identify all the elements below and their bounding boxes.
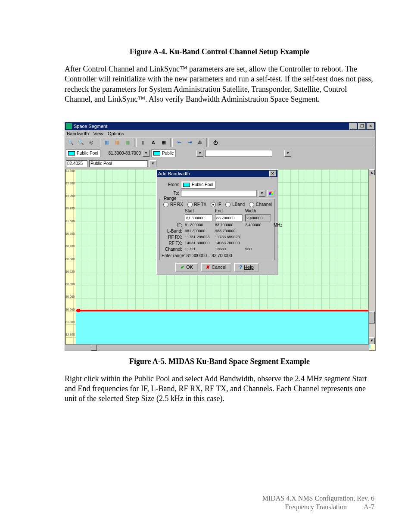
step-left-icon[interactable]: ⇤ (174, 138, 184, 147)
minimize-button[interactable]: _ (349, 123, 357, 130)
grid-row-label: IF: (162, 223, 182, 227)
radio-label: LBand (232, 202, 245, 207)
red-marker (77, 309, 80, 312)
pool-dropdown[interactable]: ▼ (149, 160, 156, 167)
help-button[interactable]: ?Help (234, 263, 258, 272)
radio-icon (187, 202, 193, 207)
from-pool-chip: Public Pool (181, 181, 215, 189)
y-tick-label: 80.085 (65, 295, 75, 298)
menu-view[interactable]: View (93, 131, 103, 136)
y-tick-label: 80.225 (65, 270, 75, 273)
to-label: To: (159, 191, 179, 196)
grid-row-label: RF RX: (162, 235, 182, 240)
radio-lband[interactable]: LBand (224, 202, 245, 207)
range-label: 81.3000-83.7000 (102, 151, 141, 156)
vertical-scrollbar[interactable]: ▲ ▼ (368, 169, 375, 344)
chart3-icon[interactable]: ▥ (123, 138, 132, 147)
exit-icon[interactable]: ⏻ (211, 138, 220, 147)
menu-bandwidth[interactable]: Bandwidth (67, 131, 89, 136)
y-tick-label: 82.800 (65, 333, 75, 336)
to-dropdown[interactable]: ▼ (258, 190, 265, 197)
window-title: Space Segment (74, 124, 349, 129)
grid-cell: 11721 (185, 247, 212, 251)
radio-icon (225, 202, 230, 207)
y-tick-label: 85.700 (65, 207, 75, 210)
grid-row-label: L-Band: (162, 229, 182, 233)
text-a-icon[interactable]: A (149, 138, 158, 147)
y-tick-label: 80.060 (65, 308, 75, 311)
y-tick-label: 81.600 (65, 220, 75, 223)
figure-a4-caption: Figure A-4. Ku-Band Control Channel Setu… (65, 47, 374, 56)
freq-input[interactable]: 82.4025 (66, 160, 87, 167)
y-tick-label: 81.900 (65, 320, 75, 324)
spectrum-canvas[interactable]: 83.80083.80084.00085.70081.60080.50080.4… (65, 169, 375, 351)
cyan-band (76, 311, 371, 348)
grid-unit: MHz (274, 223, 286, 227)
to-input[interactable] (181, 190, 257, 197)
horizontal-scrollbar[interactable] (65, 344, 369, 351)
palette-icon[interactable]: ▦ (159, 138, 168, 147)
radio-if[interactable]: IF (210, 202, 221, 207)
grid-header: Width (245, 208, 271, 213)
grid-cell: 14031.300000 (185, 241, 212, 245)
ok-button[interactable]: ✔OK (175, 263, 198, 272)
right-dropdown-1[interactable]: ▼ (196, 150, 203, 157)
chart2-icon[interactable]: ▥ (112, 138, 122, 147)
dialog-close-button[interactable]: ✕ (269, 171, 276, 177)
page-footer: MIDAS 4.X NMS Configuration, Rev. 6 Freq… (262, 494, 374, 511)
step-right-icon[interactable]: ⇥ (185, 138, 194, 147)
y-tick-label: 83.800 (65, 182, 75, 185)
color-picker-button[interactable] (267, 190, 275, 197)
grid-cell: 983.700000 (215, 229, 243, 233)
grid-row-label: Channel: (162, 247, 182, 252)
range-grid: StartEndWidth81.30000083.7000002.400000I… (162, 208, 273, 252)
y-tick-label: 80.300 (65, 258, 75, 261)
zoom-out-icon[interactable]: 🔍 (76, 138, 86, 147)
dialog-button-row: ✔OK ✘Cancel ?Help (159, 263, 275, 272)
radio-rf-tx[interactable]: RF TX (187, 202, 207, 207)
red-divider-line (76, 310, 371, 311)
toolbar: 🔍 🔍 ◎ ▥ ▥ ▥ ▯ A ▦ ⇤ ⇥ 🖶 ⏻ (65, 137, 375, 148)
scroll-down-button[interactable]: ▼ (369, 337, 375, 344)
pool-chip-left[interactable]: Public Pool (66, 149, 100, 157)
radio-channel[interactable]: Channel (248, 202, 272, 207)
pool-input[interactable]: Public Pool (89, 160, 148, 167)
y-tick-label: 80.400 (65, 245, 75, 248)
zoom-target-icon[interactable]: ◎ (87, 138, 96, 147)
from-label: From: (159, 182, 179, 187)
grid-cell: 2.400000 (245, 215, 271, 221)
question-icon: ? (239, 264, 242, 270)
blank-input-1[interactable] (205, 150, 272, 157)
hscroll-thumb[interactable] (91, 345, 97, 351)
menu-options[interactable]: Options (108, 131, 124, 136)
grid-header: End (215, 208, 243, 213)
zoom-in-icon[interactable]: 🔍 (66, 138, 75, 147)
grid-cell[interactable]: 81.300000 (185, 215, 212, 221)
enter-range-label: Enter range: 81.300000 .. 83.700000 (162, 253, 273, 258)
close-button[interactable]: ✕ (367, 123, 374, 130)
dialog-titlebar: Add Bandwidth ✕ (157, 170, 277, 177)
app-icon (66, 123, 72, 129)
chart1-icon[interactable]: ▥ (102, 138, 112, 147)
print-icon[interactable]: 🖶 (195, 138, 205, 147)
window-titlebar: Space Segment _ ❐ ✕ (65, 122, 375, 130)
range-dropdown[interactable]: ▼ (143, 150, 149, 157)
maximize-button[interactable]: ❐ (358, 123, 366, 130)
pool-chip-right[interactable]: Public (151, 149, 176, 157)
range-legend: Range (162, 196, 177, 201)
radio-label: RF RX (170, 202, 183, 207)
vscroll-thumb[interactable] (369, 311, 375, 324)
x-icon: ✘ (206, 264, 210, 270)
grid-row-label: RF TX: (162, 241, 182, 246)
doc-icon[interactable]: ▯ (138, 138, 148, 147)
radio-rf-rx[interactable]: RF RX (162, 202, 183, 207)
footer-line-1: MIDAS 4.X NMS Configuration, Rev. 6 (262, 494, 374, 503)
dialog-title: Add Bandwidth (158, 171, 269, 176)
right-dropdown-2[interactable]: ▼ (284, 150, 291, 157)
y-tick-label: 84.000 (65, 194, 75, 197)
y-tick-label: 80.500 (65, 232, 75, 235)
grid-cell: 12680 (215, 247, 243, 251)
grid-cell[interactable]: 83.700000 (215, 215, 243, 221)
cancel-button[interactable]: ✘Cancel (201, 263, 231, 272)
add-bandwidth-dialog: Add Bandwidth ✕ From: Public Pool To: ▼ (156, 169, 278, 275)
